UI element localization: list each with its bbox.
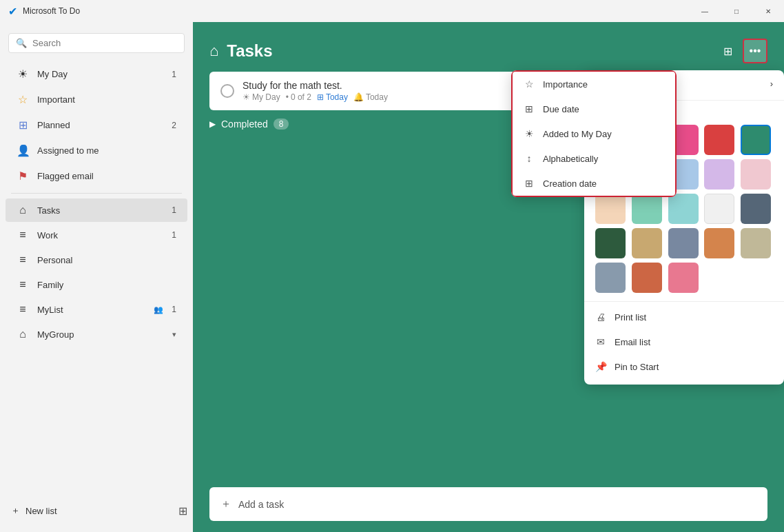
print-icon: 🖨 xyxy=(595,311,606,323)
task-meta-myday: ☀ My Day xyxy=(243,92,280,102)
calendar-icon: ⊞ xyxy=(524,178,535,189)
sidebar-item-mygroup[interactable]: ⌂ MyGroup ▾ xyxy=(6,323,187,346)
panel-divider-2 xyxy=(584,301,784,302)
completed-label: Completed xyxy=(221,119,268,130)
nav-divider xyxy=(11,193,182,194)
sidebar-item-family[interactable]: ≡ Family xyxy=(6,273,187,296)
pin-icon: 📌 xyxy=(595,361,606,372)
sidebar-item-label: Planned xyxy=(37,120,163,130)
sidebar-item-tasks[interactable]: ⌂ Tasks 1 xyxy=(6,198,187,222)
sort-icon: ↕ xyxy=(524,153,535,164)
main-header: ⌂ Tasks ⊞ ••• xyxy=(193,22,784,72)
task-complete-circle[interactable] xyxy=(220,84,234,98)
email-list-action[interactable]: ✉ Email list xyxy=(584,329,784,354)
flag-icon: ⚑ xyxy=(17,170,29,183)
theme-swatch-mint[interactable] xyxy=(632,194,662,224)
sidebar-item-personal[interactable]: ≡ Personal xyxy=(6,248,187,272)
sidebar-item-label: Flagged email xyxy=(37,171,168,181)
sidebar-item-label: My Day xyxy=(37,69,163,79)
sort-creation-date[interactable]: ⊞ Creation date xyxy=(513,171,675,196)
sidebar-item-important[interactable]: ☆ Important xyxy=(6,88,187,112)
sidebar-badge: 2 xyxy=(172,121,176,130)
list-icon: ≡ xyxy=(17,278,29,291)
theme-swatch-sunset[interactable] xyxy=(704,228,734,258)
sidebar-item-label: Work xyxy=(37,230,163,241)
new-list-button[interactable]: ＋ New list xyxy=(6,500,63,521)
sort-menu: ☆ Importance ⊞ Due date ☀ Added to My Da… xyxy=(511,70,677,197)
task-meta-due: ⊞ Today xyxy=(317,92,348,102)
sort-alphabetically[interactable]: ↕ Alphabetically xyxy=(513,146,675,171)
close-button[interactable]: ✕ xyxy=(752,0,784,22)
sidebar-item-mylist[interactable]: ≡ MyList 👥 1 xyxy=(6,298,187,321)
completed-count: 8 xyxy=(274,119,289,130)
print-list-label: Print list xyxy=(615,312,646,323)
sidebar-item-label: Personal xyxy=(37,255,168,265)
sidebar-item-label: Tasks xyxy=(37,205,163,216)
sidebar-badge: 1 xyxy=(172,305,176,314)
theme-swatch-poppy[interactable] xyxy=(632,263,662,293)
sort-due-date[interactable]: ⊞ Due date xyxy=(513,96,675,121)
theme-swatch-mountain[interactable] xyxy=(668,228,699,258)
theme-swatch-lighthouse[interactable] xyxy=(595,263,626,293)
app-title: Microsoft To Do xyxy=(23,6,80,16)
sidebar-badge: 1 xyxy=(172,70,176,79)
home-icon: ⌂ xyxy=(17,204,29,216)
theme-swatch-teal[interactable] xyxy=(741,125,771,155)
sort-item-label: Importance xyxy=(543,79,588,90)
app-logo: ✔ xyxy=(8,5,17,18)
theme-swatch-beach[interactable] xyxy=(632,228,662,258)
theme-swatch-pink-abstract[interactable] xyxy=(668,263,699,293)
sidebar-item-label: Important xyxy=(37,94,168,105)
sidebar-item-flagged[interactable]: ⚑ Flagged email xyxy=(6,164,187,188)
pin-to-start-label: Pin to Start xyxy=(615,362,659,372)
search-input[interactable] xyxy=(32,38,177,48)
minimize-button[interactable]: — xyxy=(689,0,721,22)
title-area: ⌂ Tasks xyxy=(209,41,273,61)
calendar-icon: ⊞ xyxy=(524,103,535,114)
add-list-icon[interactable]: ⊞ xyxy=(178,504,187,518)
header-actions: ⊞ ••• xyxy=(715,39,767,63)
new-list-label: New list xyxy=(25,506,57,516)
theme-swatch-dark[interactable] xyxy=(741,194,771,224)
share-icon: 👥 xyxy=(154,305,163,314)
star-icon: ☆ xyxy=(524,79,535,90)
search-box[interactable]: 🔍 xyxy=(8,33,185,53)
task-meta-reminder: 🔔 Today xyxy=(353,92,388,102)
email-icon: ✉ xyxy=(595,336,606,347)
sidebar-item-work[interactable]: ≡ Work 1 xyxy=(6,223,187,247)
add-task-label: Add a task xyxy=(238,499,284,510)
sun-icon: ☀ xyxy=(524,128,535,139)
theme-swatch-silhouette[interactable] xyxy=(741,228,771,258)
sidebar-item-assigned[interactable]: 👤 Assigned to me xyxy=(6,139,187,163)
theme-swatch-red[interactable] xyxy=(704,125,734,155)
plus-icon: ＋ xyxy=(11,504,20,517)
theme-swatch-light-pink[interactable] xyxy=(741,159,771,190)
window-controls: — □ ✕ xyxy=(689,0,784,22)
search-icon: 🔍 xyxy=(16,38,27,48)
sidebar-item-label: MyGroup xyxy=(37,329,164,340)
add-task-bar[interactable]: ＋ Add a task xyxy=(209,487,767,521)
sidebar-item-label: MyList xyxy=(37,305,145,315)
tasks-home-icon: ⌂ xyxy=(209,42,218,60)
theme-swatch-white[interactable] xyxy=(704,194,734,224)
grid-layout-button[interactable]: ⊞ xyxy=(715,39,740,63)
sort-importance[interactable]: ☆ Importance xyxy=(513,72,675,96)
page-title: Tasks xyxy=(227,41,272,61)
more-options-button[interactable]: ••• xyxy=(743,39,767,63)
theme-swatch-light-teal[interactable] xyxy=(668,194,699,224)
list-icon: ≡ xyxy=(17,303,29,316)
print-list-action[interactable]: 🖨 Print list xyxy=(584,305,784,329)
sort-item-label: Due date xyxy=(543,104,579,114)
theme-swatch-forest[interactable] xyxy=(595,228,626,258)
sidebar-item-planned[interactable]: ⊞ Planned 2 xyxy=(6,113,187,137)
theme-swatch-lavender[interactable] xyxy=(704,159,734,190)
maximize-button[interactable]: □ xyxy=(721,0,752,22)
list-icon: ≡ xyxy=(17,254,29,266)
pin-to-start-action[interactable]: 📌 Pin to Start xyxy=(584,354,784,379)
sun-icon: ☀ xyxy=(17,68,29,81)
theme-swatch-peach[interactable] xyxy=(595,194,626,224)
sidebar-bottom: ＋ New list ⊞ xyxy=(0,495,193,526)
chevron-right-icon: › xyxy=(770,79,773,89)
sort-added-my-day[interactable]: ☀ Added to My Day xyxy=(513,121,675,146)
sidebar-item-my-day[interactable]: ☀ My Day 1 xyxy=(6,62,187,86)
